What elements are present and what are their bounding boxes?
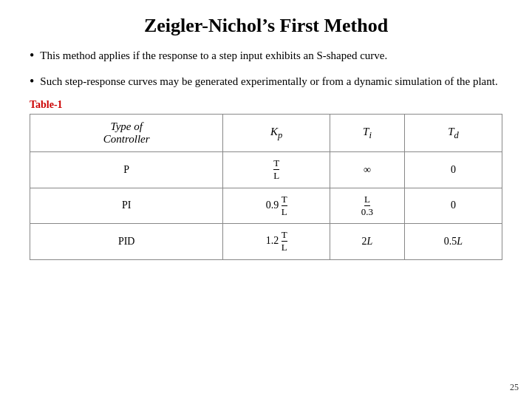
page-title: Zeigler-Nichol’s First Method (30, 15, 502, 37)
bullet-dot-2: • (30, 72, 34, 92)
bullet-item-2: • Such step-response curves may be gener… (30, 73, 502, 92)
fraction-denominator: L (282, 242, 287, 253)
fraction-numerator: T (282, 230, 287, 242)
bullet-item-1: • This method applies if the response to… (30, 47, 502, 66)
cell-pi-kp: 0.9 T L (223, 188, 330, 224)
pid-table: Type ofController Kp Ti Td P T L ∞ 0 (30, 114, 502, 260)
table-row-p: P T L ∞ 0 (30, 152, 502, 188)
cell-pi-controller: PI (30, 188, 223, 224)
header-controller: Type ofController (30, 115, 223, 152)
fraction-denominator: 0.3 (361, 206, 373, 217)
fraction-pid-kp: T L (282, 230, 287, 253)
cell-pi-ti: L 0.3 (330, 188, 405, 224)
fraction-denominator: L (273, 170, 279, 181)
cell-p-kp: T L (223, 152, 330, 188)
fraction-numerator: T (273, 158, 279, 170)
bullet-section: • This method applies if the response to… (30, 47, 502, 92)
cell-pid-ti: 2L (330, 224, 405, 260)
header-kp: Kp (223, 115, 330, 152)
fraction-pi-kp: T L (282, 194, 287, 218)
header-td: Td (404, 115, 502, 152)
fraction-pi-ti: L 0.3 (361, 194, 373, 218)
page-number: 25 (510, 382, 519, 393)
cell-pid-td: 0.5L (404, 224, 502, 260)
cell-pi-td: 0 (404, 188, 502, 224)
fraction-p-kp: T L (273, 158, 279, 182)
fraction-denominator: L (282, 206, 287, 217)
cell-p-ti: ∞ (330, 152, 405, 188)
cell-pid-controller: PID (30, 224, 223, 260)
bullet-text-1: This method applies if the response to a… (40, 47, 387, 64)
fraction-numerator: L (364, 194, 370, 206)
table-label: Table-1 (30, 99, 502, 111)
cell-p-td: 0 (404, 152, 502, 188)
header-ti: Ti (330, 115, 405, 152)
table-header-row: Type ofController Kp Ti Td (30, 115, 502, 152)
table-row-pi: PI 0.9 T L L 0.3 0 (30, 188, 502, 224)
main-page: Zeigler-Nichol’s First Method • This met… (0, 0, 532, 399)
cell-p-controller: P (30, 152, 223, 188)
bullet-text-2: Such step-response curves may be generat… (40, 73, 497, 90)
bullet-dot-1: • (30, 46, 34, 66)
cell-pid-kp: 1.2 T L (223, 224, 330, 260)
fraction-numerator: T (282, 194, 287, 206)
table-row-pid: PID 1.2 T L 2L 0.5L (30, 224, 502, 260)
